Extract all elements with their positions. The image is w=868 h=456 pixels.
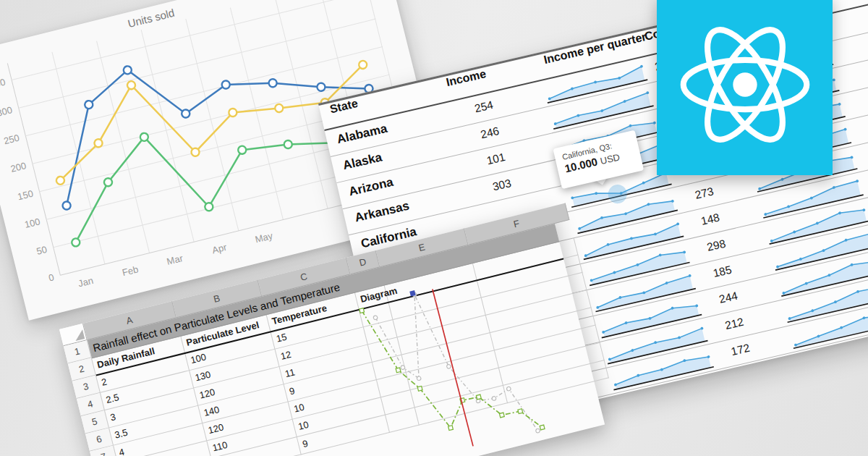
react-logo-badge bbox=[657, 0, 833, 175]
series-green-point[interactable] bbox=[140, 132, 149, 142]
diagram-green-series-point bbox=[518, 409, 523, 414]
state-cell: Arizona bbox=[347, 175, 394, 200]
grid-line-vertical bbox=[52, 52, 105, 264]
y-axis-tick-label: 0 bbox=[48, 271, 56, 283]
series-green-point[interactable] bbox=[284, 140, 293, 149]
diagram-green-series-point bbox=[540, 425, 545, 430]
series-yellow-point[interactable] bbox=[358, 60, 367, 69]
x-axis-tick-label: Apr bbox=[211, 242, 229, 256]
grid-line-vertical bbox=[186, 19, 239, 231]
series-blue-point[interactable] bbox=[84, 100, 93, 109]
series-yellow-point[interactable] bbox=[56, 176, 65, 185]
series-green-point[interactable] bbox=[103, 177, 113, 187]
series-blue-point[interactable] bbox=[61, 200, 71, 210]
diagram-gray-series-point bbox=[373, 316, 378, 321]
diagram-gray-series-point bbox=[506, 387, 511, 392]
diagram-green-series-point bbox=[396, 368, 401, 373]
react-atom-icon bbox=[678, 24, 812, 145]
series-blue-point[interactable] bbox=[123, 65, 132, 75]
series-blue-point[interactable] bbox=[316, 83, 326, 92]
diagram-gray-series-point bbox=[535, 428, 540, 434]
y-axis-tick-label: 100 bbox=[23, 216, 41, 230]
series-green-point[interactable] bbox=[71, 237, 80, 247]
diagram-green-series-point bbox=[476, 394, 481, 400]
diagram-green-series-point bbox=[417, 386, 422, 391]
x-axis-tick-label: Jan bbox=[77, 275, 94, 290]
y-axis-tick-label: 350 bbox=[0, 77, 7, 91]
x-axis-tick-label: May bbox=[254, 230, 274, 245]
series-blue-point[interactable] bbox=[221, 80, 231, 89]
grid-line-vertical bbox=[141, 30, 194, 242]
series-green-point[interactable] bbox=[204, 202, 213, 211]
grid-line-vertical bbox=[97, 41, 150, 253]
grid-line-vertical bbox=[230, 8, 283, 220]
series-green-point[interactable] bbox=[237, 145, 247, 155]
diagram-green-series-point bbox=[359, 308, 365, 313]
diagram-gray-series-point bbox=[446, 364, 451, 369]
x-axis-tick-label: Feb bbox=[121, 263, 139, 278]
y-axis-tick-label: 200 bbox=[9, 160, 27, 174]
series-yellow-point[interactable] bbox=[190, 148, 200, 157]
y-axis-tick-label: 50 bbox=[35, 244, 48, 257]
series-blue-point[interactable] bbox=[181, 109, 190, 118]
diagram-gray-series-point bbox=[417, 376, 422, 381]
series-yellow-point[interactable] bbox=[228, 108, 237, 117]
diagram-gray-series-point bbox=[492, 396, 497, 401]
state-cell: Alaska bbox=[341, 150, 383, 173]
x-axis-tick-label: Mar bbox=[166, 253, 184, 267]
series-yellow-point[interactable] bbox=[127, 80, 136, 90]
series-blue-point[interactable] bbox=[268, 78, 277, 88]
diagram-gray-series-line bbox=[373, 274, 538, 456]
diagram-gray-series-point bbox=[401, 365, 406, 370]
diagram-green-series-point bbox=[448, 426, 454, 431]
y-axis-tick-label: 300 bbox=[0, 104, 14, 119]
series-yellow-point[interactable] bbox=[274, 104, 284, 113]
y-axis-tick-label: 150 bbox=[17, 188, 35, 203]
diagram-green-series-point bbox=[499, 413, 504, 418]
promo-stage: Units sold 050100150200250300350JanFebMa… bbox=[0, 0, 868, 456]
y-axis-tick-label: 250 bbox=[2, 132, 20, 147]
series-yellow-point[interactable] bbox=[93, 138, 103, 148]
